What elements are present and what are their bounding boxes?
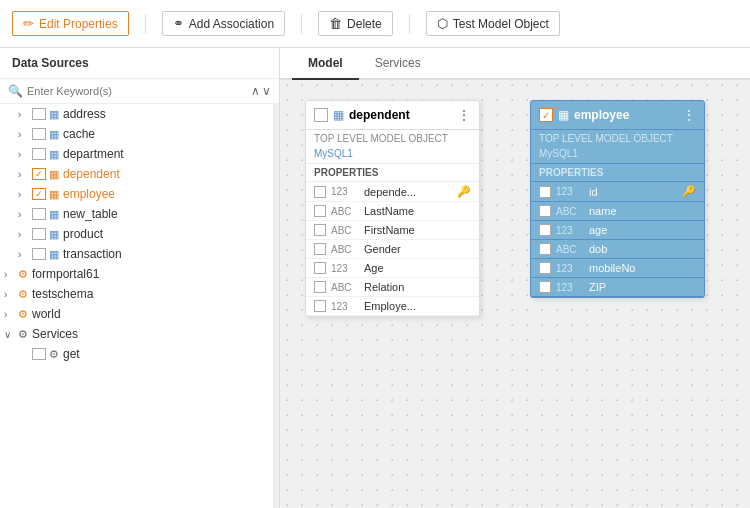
separator-1 — [145, 14, 146, 34]
schema-icon-world: ⚙ — [18, 308, 28, 321]
prop-checkbox-mobileno[interactable] — [539, 262, 551, 274]
collapse-all-icon[interactable]: ∧ — [251, 84, 260, 98]
tree-item-formportal61[interactable]: › ⚙ formportal61 — [0, 264, 279, 284]
prop-checkbox-id[interactable] — [539, 186, 551, 198]
checkbox-dependent[interactable]: ✓ — [32, 168, 46, 180]
schema-icon-testschema: ⚙ — [18, 288, 28, 301]
checkbox-address[interactable] — [32, 108, 46, 120]
model-icon-transaction: ▦ — [49, 248, 59, 261]
expand-icon-address: › — [18, 109, 32, 120]
delete-button[interactable]: 🗑 Delete — [318, 11, 393, 36]
checkbox-get[interactable] — [32, 348, 46, 360]
tree-item-dependent[interactable]: › ✓ ▦ dependent — [0, 164, 279, 184]
search-icon: 🔍 — [8, 84, 23, 98]
separator-2 — [301, 14, 302, 34]
card-employee-header: ✓ ▦ employee ⋮ — [531, 101, 704, 130]
scrollbar[interactable] — [273, 104, 279, 508]
checkbox-cache[interactable] — [32, 128, 46, 140]
prop-row-mobileno: 123 mobileNo — [531, 259, 704, 278]
model-icon-cache: ▦ — [49, 128, 59, 141]
model-icon-department: ▦ — [49, 148, 59, 161]
props-header-dependent: PROPERTIES — [306, 163, 479, 182]
prop-row-gender: ABC Gender — [306, 240, 479, 259]
tree-item-transaction[interactable]: › ▦ transaction — [0, 244, 279, 264]
search-input[interactable] — [27, 85, 247, 97]
tree-item-product[interactable]: › ▦ product — [0, 224, 279, 244]
prop-checkbox-age[interactable] — [314, 262, 326, 274]
label-cache: cache — [63, 127, 275, 141]
prop-row-relation: ABC Relation — [306, 278, 479, 297]
test-icon: ⬡ — [437, 16, 448, 31]
prop-checkbox-name[interactable] — [539, 205, 551, 217]
label-dependent: dependent — [63, 167, 275, 181]
edit-properties-button[interactable]: ✏ Edit Properties — [12, 11, 129, 36]
expand-icon-cache: › — [18, 129, 32, 140]
label-world: world — [32, 307, 275, 321]
content-area: Model Services ▦ dependent ⋮ TOP LEVEL M… — [280, 48, 750, 508]
card-dependent: ▦ dependent ⋮ TOP LEVEL MODEL OBJECT MyS… — [305, 100, 480, 317]
expand-icon-formportal61: › — [4, 269, 18, 280]
tab-model[interactable]: Model — [292, 48, 359, 80]
expand-icon-services: ∨ — [4, 329, 18, 340]
checkbox-card-employee[interactable]: ✓ — [539, 108, 553, 122]
main-layout: Data Sources 🔍 ∧ ∨ › ▦ address › ▦ cach — [0, 48, 750, 508]
tree-item-cache[interactable]: › ▦ cache — [0, 124, 279, 144]
label-product: product — [63, 227, 275, 241]
tree-item-world[interactable]: › ⚙ world — [0, 304, 279, 324]
prop-row-age: 123 Age — [306, 259, 479, 278]
checkbox-card-dependent[interactable] — [314, 108, 328, 122]
tree-container: › ▦ address › ▦ cache › ▦ department › — [0, 104, 279, 508]
sidebar: Data Sources 🔍 ∧ ∨ › ▦ address › ▦ cach — [0, 48, 280, 508]
card-dependent-header: ▦ dependent ⋮ — [306, 101, 479, 130]
card-menu-dependent[interactable]: ⋮ — [457, 107, 471, 123]
prop-checkbox-employe[interactable] — [314, 300, 326, 312]
label-department: department — [63, 147, 275, 161]
service-icon-get: ⚙ — [49, 348, 59, 361]
prop-checkbox-relation[interactable] — [314, 281, 326, 293]
prop-checkbox-lastname[interactable] — [314, 205, 326, 217]
checkbox-department[interactable] — [32, 148, 46, 160]
prop-row-zip: 123 ZIP — [531, 278, 704, 297]
tree-item-services-group[interactable]: ∨ ⚙ Services — [0, 324, 279, 344]
checkbox-new-table[interactable] — [32, 208, 46, 220]
tree-item-employee[interactable]: › ✓ ▦ employee — [0, 184, 279, 204]
tabs: Model Services — [280, 48, 750, 80]
tree-item-testschema[interactable]: › ⚙ testschema — [0, 284, 279, 304]
tab-services[interactable]: Services — [359, 48, 437, 80]
model-icon-employee: ▦ — [49, 188, 59, 201]
card-menu-employee[interactable]: ⋮ — [682, 107, 696, 123]
prop-row-dob: ABC dob — [531, 240, 704, 259]
card-title-dependent: dependent — [349, 108, 452, 122]
expand-all-icon[interactable]: ∨ — [262, 84, 271, 98]
label-formportal61: formportal61 — [32, 267, 275, 281]
card-db-dependent: MySQL1 — [306, 147, 479, 163]
card-employee: ✓ ▦ employee ⋮ TOP LEVEL MODEL OBJECT My… — [530, 100, 705, 298]
prop-checkbox-gender[interactable] — [314, 243, 326, 255]
checkbox-employee[interactable]: ✓ — [32, 188, 46, 200]
model-icon-product: ▦ — [49, 228, 59, 241]
model-icon-address: ▦ — [49, 108, 59, 121]
delete-icon: 🗑 — [329, 16, 342, 31]
prop-checkbox-age-emp[interactable] — [539, 224, 551, 236]
checkbox-transaction[interactable] — [32, 248, 46, 260]
add-association-button[interactable]: ⚭ Add Association — [162, 11, 285, 36]
tree-item-new-table[interactable]: › ▦ new_table — [0, 204, 279, 224]
prop-checkbox-zip[interactable] — [539, 281, 551, 293]
prop-checkbox-firstname[interactable] — [314, 224, 326, 236]
model-icon-dependent: ▦ — [49, 168, 59, 181]
prop-checkbox-dob[interactable] — [539, 243, 551, 255]
test-model-button[interactable]: ⬡ Test Model Object — [426, 11, 560, 36]
expand-icon-world: › — [4, 309, 18, 320]
tree-item-get[interactable]: ⚙ get — [0, 344, 279, 364]
checkbox-product[interactable] — [32, 228, 46, 240]
prop-checkbox-depende[interactable] — [314, 186, 326, 198]
prop-row-firstname: ABC FirstName — [306, 221, 479, 240]
prop-row-depende: 123 depende... 🔑 — [306, 182, 479, 202]
search-controls: ∧ ∨ — [251, 84, 271, 98]
card-db-employee: MySQL1 — [531, 147, 704, 163]
schema-icon-formportal61: ⚙ — [18, 268, 28, 281]
tree-item-department[interactable]: › ▦ department — [0, 144, 279, 164]
label-employee: employee — [63, 187, 275, 201]
tree-item-address[interactable]: › ▦ address — [0, 104, 279, 124]
label-transaction: transaction — [63, 247, 275, 261]
